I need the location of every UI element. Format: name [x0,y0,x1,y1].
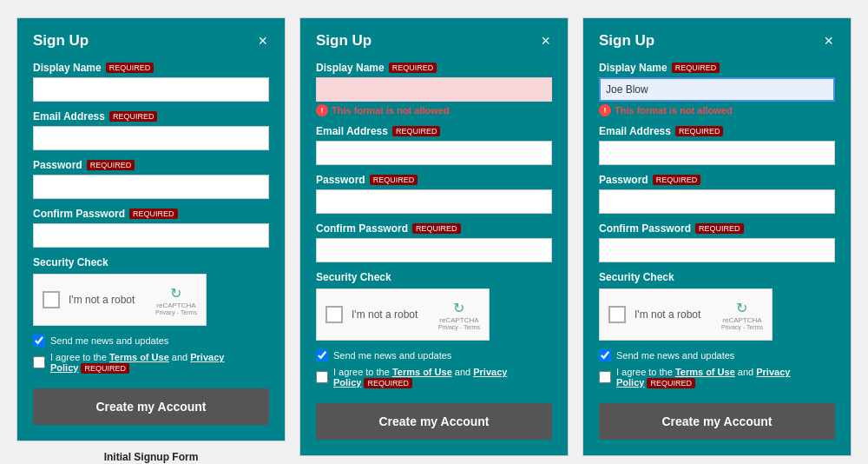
send-news-label: Send me news and updates [616,350,734,361]
modal-title: Sign Up [316,32,372,50]
error-icon: ! [316,104,328,116]
agree-checkbox[interactable] [33,356,45,368]
security-section: Security CheckI'm not a robot↻reCAPTCHAP… [33,256,269,326]
email-input[interactable] [33,126,269,150]
password-label: PasswordREQUIRED [33,159,269,171]
agree-text: I agree to the Terms of Use and Privacy … [50,352,269,373]
panel-wrapper-3: Sign Up×Display NameREQUIRED!This format… [582,17,852,464]
send-news-row: Send me news and updates [316,349,552,361]
agree-required: REQUIRED [81,363,129,374]
agree-text: I agree to the Terms of Use and Privacy … [616,367,835,388]
close-button[interactable]: × [822,33,835,49]
panel-wrapper-2: Sign Up×Display NameREQUIRED!This format… [299,17,569,464]
display-name-group: Display NameREQUIRED [33,62,269,102]
captcha-text: I'm not a robot [69,294,147,306]
modal-1: Sign Up×Display NameREQUIREDEmail Addres… [16,17,286,441]
display-name-error: !This format is not allowed [316,104,552,116]
captcha-checkbox[interactable] [326,306,343,323]
email-label: Email AddressREQUIRED [599,125,835,137]
send-news-checkbox[interactable] [599,349,611,361]
confirm-password-required: REQUIRED [412,223,461,234]
submit-button[interactable]: Create my Account [316,403,552,440]
send-news-label: Send me news and updates [333,350,451,361]
email-group: Email AddressREQUIRED [599,125,835,165]
captcha-sublabel: Privacy - Terms [438,324,480,330]
send-news-label: Send me news and updates [50,335,168,346]
display-name-input[interactable] [599,77,835,102]
captcha-box[interactable]: I'm not a robot↻reCAPTCHAPrivacy - Terms [316,288,490,341]
error-text: This format is not allowed [332,105,450,116]
password-input[interactable] [599,189,835,214]
confirm-password-input[interactable] [33,223,269,248]
display-name-input[interactable] [33,77,269,102]
terms-link[interactable]: Terms of Use [675,367,735,377]
email-group: Email AddressREQUIRED [316,125,552,165]
captcha-box[interactable]: I'm not a robot↻reCAPTCHAPrivacy - Terms [33,274,207,326]
captcha-label: reCAPTCHA [722,316,761,324]
submit-button[interactable]: Create my Account [33,388,269,425]
captcha-box[interactable]: I'm not a robot↻reCAPTCHAPrivacy - Terms [599,288,773,341]
agree-required: REQUIRED [647,378,695,388]
captcha-sublabel: Privacy - Terms [155,309,197,315]
password-required: REQUIRED [87,160,135,170]
modal-header: Sign Up× [599,32,835,50]
confirm-password-label: Confirm PasswordREQUIRED [599,222,835,235]
display-name-label-text: Display Name [599,62,667,74]
confirm-password-input[interactable] [599,238,835,262]
password-label-text: Password [33,159,82,171]
email-label: Email AddressREQUIRED [33,110,269,123]
email-label-text: Email Address [599,125,671,137]
captcha-text: I'm not a robot [635,308,713,321]
password-label-text: Password [316,174,365,186]
display-name-error: !This format is not allowed [599,104,835,116]
display-name-input[interactable] [316,77,552,102]
display-name-label: Display NameREQUIRED [316,62,552,74]
agree-checkbox[interactable] [316,371,328,383]
captcha-label: reCAPTCHA [156,302,195,309]
password-label: PasswordREQUIRED [599,174,835,186]
password-group: PasswordREQUIRED [599,174,835,214]
agree-checkbox[interactable] [599,371,611,383]
password-required: REQUIRED [370,175,418,185]
captcha-logo: ↻reCAPTCHAPrivacy - Terms [721,300,763,330]
email-input[interactable] [316,141,552,165]
display-name-group: Display NameREQUIRED!This format is not … [599,62,835,116]
confirm-password-label-text: Confirm Password [599,222,691,235]
send-news-checkbox[interactable] [316,349,328,361]
captcha-checkbox[interactable] [608,306,626,323]
email-required: REQUIRED [109,111,158,122]
security-section: Security CheckI'm not a robot↻reCAPTCHAP… [599,271,835,341]
terms-link[interactable]: Terms of Use [392,367,452,377]
modal-title: Sign Up [599,32,654,50]
agree-row: I agree to the Terms of Use and Privacy … [33,352,269,373]
submit-button[interactable]: Create my Account [599,403,835,440]
captcha-label: reCAPTCHA [439,316,478,324]
agree-row: I agree to the Terms of Use and Privacy … [316,367,552,388]
send-news-row: Send me news and updates [33,335,269,347]
password-required: REQUIRED [653,175,701,185]
captcha-checkbox[interactable] [43,291,60,308]
agree-row: I agree to the Terms of Use and Privacy … [599,367,835,388]
recaptcha-icon: ↻ [736,300,747,316]
display-name-label-text: Display Name [316,62,385,74]
captcha-logo: ↻reCAPTCHAPrivacy - Terms [155,285,197,315]
email-required: REQUIRED [675,126,724,136]
password-input[interactable] [316,189,552,214]
confirm-password-input[interactable] [316,238,552,262]
email-input[interactable] [599,141,835,165]
modal-3: Sign Up×Display NameREQUIRED!This format… [582,17,852,456]
password-input[interactable] [33,175,269,199]
send-news-checkbox[interactable] [33,335,45,347]
captcha-logo: ↻reCAPTCHAPrivacy - Terms [438,300,480,330]
terms-link[interactable]: Terms of Use [109,352,169,362]
close-button[interactable]: × [256,33,269,49]
security-section: Security CheckI'm not a robot↻reCAPTCHAP… [316,271,552,341]
agree-text: I agree to the Terms of Use and Privacy … [333,367,552,388]
security-label: Security Check [316,271,552,283]
confirm-password-label: Confirm PasswordREQUIRED [316,222,552,235]
display-name-required: REQUIRED [389,63,437,73]
display-name-label: Display NameREQUIRED [33,62,269,74]
close-button[interactable]: × [539,33,552,49]
confirm-password-group: Confirm PasswordREQUIRED [599,222,835,262]
confirm-password-group: Confirm PasswordREQUIRED [33,208,269,248]
